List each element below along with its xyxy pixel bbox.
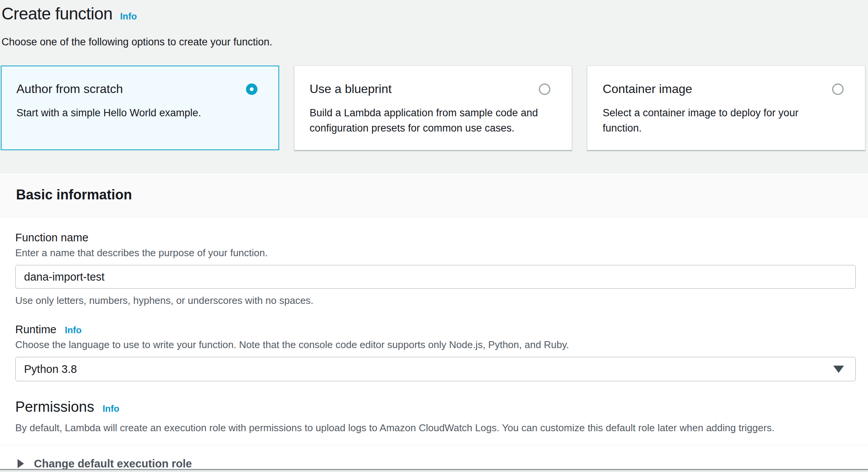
card-container-image[interactable]: Container image Select a container image… — [587, 66, 865, 150]
card-title-row: Container image — [603, 82, 844, 96]
radio-unselected-icon[interactable] — [539, 83, 550, 95]
card-use-a-blueprint[interactable]: Use a blueprint Build a Lambda applicati… — [294, 66, 572, 150]
runtime-label: Runtime — [15, 323, 56, 336]
basic-information-heading: Basic information — [16, 187, 132, 203]
function-name-help: Enter a name that describes the purpose … — [15, 247, 856, 259]
runtime-help: Choose the language to use to write your… — [15, 339, 856, 351]
page-title: Create function — [2, 3, 113, 24]
card-title: Use a blueprint — [310, 82, 392, 96]
creation-option-cards: Author from scratch Start with a simple … — [1, 66, 865, 150]
permissions-description: By default, Lambda will create an execut… — [15, 422, 856, 434]
card-title-row: Author from scratch — [16, 82, 257, 96]
runtime-select[interactable]: Python 3.8 — [15, 357, 856, 381]
card-author-from-scratch[interactable]: Author from scratch Start with a simple … — [1, 66, 279, 150]
card-title: Container image — [603, 82, 692, 96]
card-title: Author from scratch — [16, 82, 123, 96]
page-subtitle: Choose one of the following options to c… — [2, 36, 868, 48]
basic-information-panel: Basic information Function name Enter a … — [0, 172, 868, 472]
permissions-info-link[interactable]: Info — [103, 403, 119, 414]
runtime-selected-value: Python 3.8 — [24, 363, 77, 376]
function-name-constraint: Use only letters, numbers, hyphens, or u… — [15, 295, 856, 307]
change-execution-role-label: Change default execution role — [34, 458, 192, 470]
permissions-heading: Permissions — [15, 399, 94, 415]
basic-information-header: Basic information — [0, 172, 868, 217]
create-function-page: Create function Info Choose one of the f… — [0, 0, 868, 472]
bottom-strip — [0, 470, 868, 472]
runtime-label-row: Runtime Info — [15, 323, 856, 336]
card-title-row: Use a blueprint — [310, 82, 551, 96]
function-name-input[interactable] — [15, 265, 856, 289]
chevron-down-icon — [833, 366, 844, 373]
permissions-heading-row: Permissions Info — [15, 399, 856, 415]
card-description: Build a Lambda application from sample c… — [310, 105, 546, 136]
triangle-right-icon — [18, 459, 24, 468]
radio-selected-icon[interactable] — [246, 83, 257, 95]
runtime-info-link[interactable]: Info — [65, 325, 82, 336]
page-header: Create function Info Choose one of the f… — [0, 0, 868, 48]
basic-information-body: Function name Enter a name that describe… — [0, 217, 868, 472]
card-description: Select a container image to deploy for y… — [603, 105, 839, 136]
card-description: Start with a simple Hello World example. — [16, 105, 253, 120]
page-title-info-link[interactable]: Info — [120, 11, 137, 22]
change-execution-role-expander[interactable]: Change default execution role — [0, 445, 868, 472]
title-row: Create function Info — [2, 3, 868, 24]
radio-unselected-icon[interactable] — [832, 83, 844, 95]
function-name-label: Function name — [15, 231, 856, 244]
